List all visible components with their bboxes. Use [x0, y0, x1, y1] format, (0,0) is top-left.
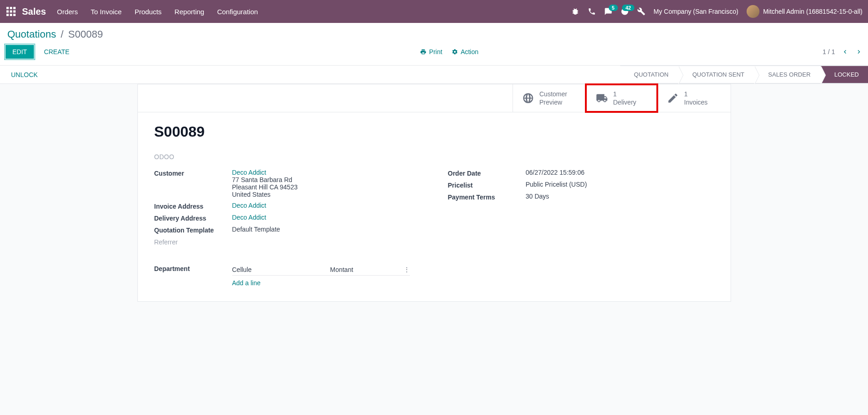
stage-sales-order[interactable]: SALES ORDER	[754, 66, 820, 83]
status-stages: QUOTATION QUOTATION SENT SALES ORDER LOC…	[620, 66, 868, 83]
source-tag: ODOO	[154, 153, 714, 160]
pricelist-value: Public Pricelist (USD)	[526, 181, 714, 188]
phone-icon[interactable]	[588, 7, 596, 16]
action-bar: EDIT CREATE Print Action 1 / 1	[0, 40, 868, 66]
pager-next-icon[interactable]	[855, 48, 863, 55]
menu-reporting[interactable]: Reporting	[175, 8, 204, 16]
svg-rect-5	[13, 11, 16, 13]
globe-icon	[522, 92, 534, 104]
department-table: Cellule Montant ⋮ Add a line	[232, 264, 410, 290]
edit-note-icon	[667, 92, 679, 104]
customer-preview-button[interactable]: Customer Preview	[513, 84, 586, 112]
create-button[interactable]: CREATE	[38, 45, 76, 58]
stat-buttons: Customer Preview 1 Delivery 1 Invoices	[138, 84, 731, 112]
avatar	[747, 5, 759, 18]
add-line-button[interactable]: Add a line	[232, 279, 261, 287]
status-bar: UNLOCK QUOTATION QUOTATION SENT SALES OR…	[0, 66, 868, 84]
svg-rect-4	[10, 11, 12, 13]
stage-quotation-sent[interactable]: QUOTATION SENT	[678, 66, 754, 83]
breadcrumb-bar: Quotations / S00089	[0, 23, 868, 40]
breadcrumb-current: S00089	[68, 28, 103, 40]
order-date-value: 06/27/2022 15:59:06	[526, 169, 714, 176]
action-dropdown[interactable]: Action	[452, 48, 479, 55]
addr-line-3: United States	[232, 191, 420, 198]
record-title: S00089	[154, 123, 714, 140]
user-name: Mitchell Admin (16881542-15-0-all)	[763, 8, 863, 15]
print-icon	[420, 49, 426, 55]
order-date-label: Order Date	[448, 169, 526, 177]
stage-locked[interactable]: LOCKED	[821, 66, 868, 83]
svg-rect-0	[6, 7, 9, 9]
invoice-address-link[interactable]: Deco Addict	[232, 202, 267, 209]
menu-orders[interactable]: Orders	[57, 8, 78, 16]
svg-rect-2	[13, 7, 16, 9]
customer-label: Customer	[154, 169, 232, 177]
payment-terms-value: 30 Days	[526, 193, 714, 200]
menu-products[interactable]: Products	[135, 8, 162, 16]
unlock-button[interactable]: UNLOCK	[11, 71, 38, 78]
pager: 1 / 1	[823, 48, 863, 55]
kebab-icon[interactable]: ⋮	[401, 266, 410, 273]
quotation-template-value: Default Template	[232, 226, 420, 233]
menu-configuration[interactable]: Configuration	[217, 8, 258, 16]
left-column: Customer Deco Addict 77 Santa Barbara Rd…	[154, 167, 420, 248]
tools-icon[interactable]	[637, 7, 645, 16]
company-selector[interactable]: My Company (San Francisco)	[654, 8, 738, 15]
truck-icon	[596, 92, 608, 104]
pager-count: 1 / 1	[823, 48, 835, 55]
bug-icon[interactable]	[571, 7, 579, 16]
quotation-template-label: Quotation Template	[154, 226, 232, 234]
payment-terms-label: Payment Terms	[448, 193, 526, 201]
customer-link[interactable]: Deco Addict	[232, 169, 267, 176]
menu-to-invoice[interactable]: To Invoice	[91, 8, 122, 16]
print-button[interactable]: Print	[420, 48, 442, 55]
addr-line-2: Pleasant Hill CA 94523	[232, 183, 420, 191]
pager-prev-icon[interactable]	[841, 48, 849, 55]
edit-button[interactable]: EDIT	[5, 45, 34, 59]
svg-rect-8	[13, 14, 16, 16]
gear-icon	[452, 49, 458, 55]
stage-quotation[interactable]: QUOTATION	[620, 66, 678, 83]
department-label: Department	[154, 264, 232, 290]
svg-rect-6	[6, 14, 9, 16]
app-brand[interactable]: Sales	[22, 6, 46, 17]
apps-icon[interactable]	[5, 6, 16, 17]
delivery-address-label: Delivery Address	[154, 214, 232, 222]
svg-rect-1	[10, 7, 12, 9]
referrer-label: Referrer	[154, 238, 232, 246]
messages-icon[interactable]: 5	[604, 7, 612, 16]
activities-badge: 42	[622, 5, 634, 11]
right-column: Order Date 06/27/2022 15:59:06 Pricelist…	[448, 167, 714, 248]
dept-col-montant: Montant	[303, 266, 401, 273]
activities-icon[interactable]: 42	[621, 7, 629, 16]
invoice-address-label: Invoice Address	[154, 202, 232, 210]
svg-rect-7	[10, 14, 12, 16]
breadcrumb: Quotations / S00089	[7, 28, 861, 40]
delivery-button[interactable]: 1 Delivery	[585, 83, 658, 113]
invoices-button[interactable]: 1 Invoices	[657, 84, 731, 112]
svg-rect-3	[6, 11, 9, 13]
dept-col-cellule: Cellule	[232, 266, 303, 273]
main-menu: Orders To Invoice Products Reporting Con…	[57, 8, 258, 16]
user-menu[interactable]: Mitchell Admin (16881542-15-0-all)	[747, 5, 863, 18]
form-sheet: Customer Preview 1 Delivery 1 Invoices	[137, 84, 731, 302]
top-navbar: Sales Orders To Invoice Products Reporti…	[0, 0, 868, 23]
addr-line-1: 77 Santa Barbara Rd	[232, 176, 420, 183]
messages-badge: 5	[609, 5, 618, 11]
pricelist-label: Pricelist	[448, 181, 526, 189]
breadcrumb-root[interactable]: Quotations	[7, 28, 56, 40]
delivery-address-link[interactable]: Deco Addict	[232, 214, 267, 221]
